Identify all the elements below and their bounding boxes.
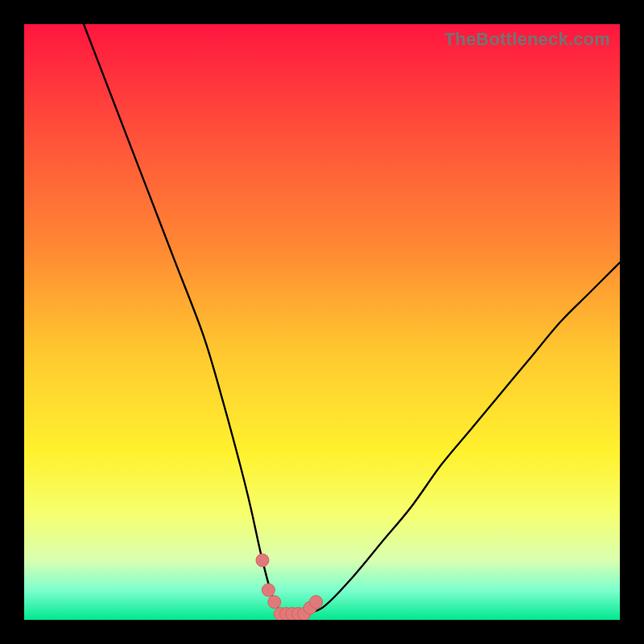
curve-svg — [24, 24, 620, 620]
highlight-marker — [310, 596, 323, 609]
highlight-marker — [256, 554, 269, 567]
highlight-marker — [268, 596, 281, 609]
highlight-marker — [262, 584, 275, 597]
bottleneck-curve — [84, 24, 620, 615]
chart-plot-area: TheBottleneck.com — [24, 24, 620, 620]
chart-frame: TheBottleneck.com — [0, 0, 644, 644]
highlight-markers — [256, 554, 323, 620]
